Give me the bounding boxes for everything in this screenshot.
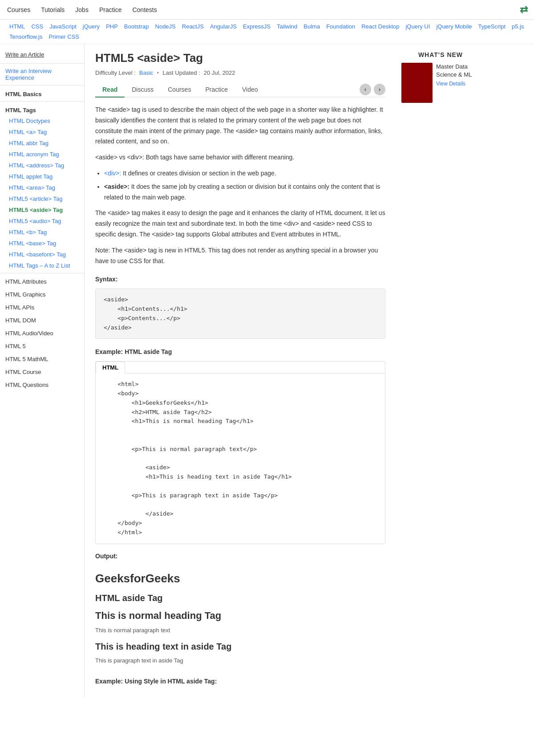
div-link[interactable]: <div>: <box>104 170 121 177</box>
sidebar-html5[interactable]: HTML 5 <box>0 340 84 353</box>
nav-contests[interactable]: Contests <box>132 6 157 13</box>
subnav-p5js[interactable]: p5.js <box>510 22 526 31</box>
subnav-react-desktop[interactable]: React Desktop <box>359 22 401 31</box>
sidebar-html-base[interactable]: HTML <base> Tag <box>0 238 84 249</box>
nav-jobs[interactable]: Jobs <box>75 6 89 13</box>
output-p1: This is normal paragraph text <box>95 626 385 635</box>
nav-courses[interactable]: Courses <box>7 6 30 13</box>
main-content: HTML5 <aside> Tag Difficulty Level : Bas… <box>85 44 396 698</box>
tab-practice[interactable]: Practice <box>198 82 235 98</box>
subnav-bootstrap[interactable]: Bootstrap <box>122 22 151 31</box>
subnav-foundation[interactable]: Foundation <box>324 22 357 31</box>
sidebar-html-audio[interactable]: HTML5 <audio> Tag <box>0 215 84 227</box>
tab-video[interactable]: Video <box>235 82 265 98</box>
subnav-tailwind[interactable]: Tailwind <box>275 22 299 31</box>
tab-next-button[interactable]: › <box>374 84 385 95</box>
output-h3: This is normal heading Tag <box>95 607 385 624</box>
bullet2-text: It does the same job by creating a secti… <box>104 183 380 201</box>
sidebar-html-abbr[interactable]: HTML abbr Tag <box>0 138 84 149</box>
bullet-div: <div>: It defines or creates division or… <box>104 168 385 179</box>
bullet-list: <div>: It defines or creates division or… <box>95 168 385 203</box>
difficulty-label: Difficulty Level : <box>95 69 136 76</box>
tab-prev-button[interactable]: ‹ <box>360 84 371 95</box>
article-tabs: Read Discuss Courses Practice Video ‹ › <box>95 82 385 98</box>
subnav-javascript[interactable]: JavaScript <box>47 22 79 31</box>
subnav-nodejs[interactable]: NodeJS <box>153 22 178 31</box>
difficulty-value[interactable]: Basic <box>139 69 154 76</box>
whats-new-title: WHAT'S NEW <box>401 51 480 58</box>
nav-practice[interactable]: Practice <box>99 6 122 13</box>
subnav-bulma[interactable]: Bulma <box>301 22 322 31</box>
tab-courses[interactable]: Courses <box>161 82 198 98</box>
subnav-typescript[interactable]: TypeScript <box>476 22 508 31</box>
sidebar-html-applet[interactable]: HTML applet Tag <box>0 171 84 182</box>
bullet1-text: It defines or creates division or sectio… <box>121 170 276 177</box>
subnav-reactjs[interactable]: ReactJS <box>180 22 206 31</box>
sidebar-html-questions[interactable]: HTML Questions <box>0 378 84 391</box>
subnav-php[interactable]: PHP <box>104 22 120 31</box>
para2: The <aside> tag makes it easy to design … <box>95 208 385 240</box>
last-updated-value: 20 Jul, 2022 <box>204 69 235 76</box>
example1-heading: Example: HTML aside Tag <box>95 347 385 358</box>
sidebar-html-article[interactable]: HTML5 <article> Tag <box>0 193 84 204</box>
html-tab-button[interactable]: HTML <box>96 362 125 374</box>
sidebar-html-apis[interactable]: HTML APIs <box>0 301 84 314</box>
meta-dot: • <box>157 69 159 76</box>
subnav-jquery[interactable]: jQuery <box>81 22 102 31</box>
sidebar-html-a-tag[interactable]: HTML <a> Tag <box>0 126 84 138</box>
right-sidebar: WHAT'S NEW Master Data Science & ML View… <box>396 44 485 698</box>
sub-nav: HTML CSS JavaScript jQuery PHP Bootstrap… <box>0 20 534 44</box>
subnav-expressjs[interactable]: ExpressJS <box>241 22 273 31</box>
output-section: GeeksforGeeks HTML aside Tag This is nor… <box>95 569 385 666</box>
write-article-link[interactable]: Write an Article <box>0 48 84 61</box>
subnav-jquery-ui[interactable]: jQuery UI <box>403 22 432 31</box>
logo: ⇄ <box>520 4 527 16</box>
html-tab-bar: HTML <box>96 362 385 374</box>
write-interview-link[interactable]: Write an Interview Experience <box>0 65 84 83</box>
sidebar-html-b[interactable]: HTML <b> Tag <box>0 227 84 238</box>
sidebar-html-tags: HTML Tags <box>0 103 84 115</box>
sidebar-html-acronym[interactable]: HTML acronym Tag <box>0 149 84 160</box>
aside-label: <aside>: <box>104 183 129 190</box>
example1-code: <html> <body> <h1>GeeksforGeeks</h1> <h2… <box>96 374 385 544</box>
sidebar-html-graphics[interactable]: HTML Graphics <box>0 288 84 301</box>
sidebar-html-dom[interactable]: HTML DOM <box>0 314 84 327</box>
output-h2: HTML aside Tag <box>95 590 385 606</box>
bullet-aside: <aside>: It does the same job by creatin… <box>104 182 385 203</box>
subnav-html[interactable]: HTML <box>7 22 27 31</box>
meta-line: Difficulty Level : Basic • Last Updated … <box>95 69 385 76</box>
subnav-primer-css[interactable]: Primer CSS <box>46 33 81 41</box>
sidebar-html-basefont[interactable]: HTML <basefont> Tag <box>0 249 84 260</box>
intro-para1: The <aside> tag is used to describe the … <box>95 105 385 147</box>
tab-discuss[interactable]: Discuss <box>125 82 161 98</box>
whats-new-card-title: Master Data Science & ML <box>436 63 480 79</box>
whats-new-card: Master Data Science & ML View Details <box>401 63 480 103</box>
view-details-link[interactable]: View Details <box>436 81 480 87</box>
left-sidebar: Write an Article Write an Interview Expe… <box>0 44 85 698</box>
page-title: HTML5 <aside> Tag <box>95 51 385 65</box>
top-nav: Courses Tutorials Jobs Practice Contests… <box>0 0 534 20</box>
page-layout: Write an Article Write an Interview Expe… <box>0 44 534 698</box>
sidebar-html-doctypes[interactable]: HTML Doctypes <box>0 115 84 126</box>
subnav-css[interactable]: CSS <box>29 22 45 31</box>
nav-tutorials[interactable]: Tutorials <box>41 6 65 13</box>
sidebar-html-course[interactable]: HTML Course <box>0 366 84 378</box>
tab-arrows: ‹ › <box>360 84 385 95</box>
note: Note: The <aside> tag is new in HTML5. T… <box>95 245 385 267</box>
sidebar-html-area[interactable]: HTML <area> Tag <box>0 182 84 193</box>
sidebar-html-attributes[interactable]: HTML Attributes <box>0 275 84 288</box>
subnav-angularjs[interactable]: AngularJS <box>208 22 239 31</box>
sidebar-html5-mathml[interactable]: HTML 5 MathML <box>0 353 84 366</box>
tab-read[interactable]: Read <box>95 82 125 98</box>
article-body: The <aside> tag is used to describe the … <box>95 105 385 687</box>
output-p-aside: This is paragraph text in aside Tag <box>95 656 385 666</box>
sidebar-html-tags-az[interactable]: HTML Tags – A to Z List <box>0 260 84 271</box>
last-updated-label: Last Updated : <box>162 69 200 76</box>
sidebar-html-audiovideo[interactable]: HTML Audio/Video <box>0 327 84 340</box>
sidebar-html-address[interactable]: HTML <address> Tag <box>0 160 84 171</box>
syntax-heading: Syntax: <box>95 274 385 285</box>
subnav-jquery-mobile[interactable]: jQuery Mobile <box>434 22 474 31</box>
sidebar-html-aside-active[interactable]: HTML5 <aside> Tag <box>0 204 84 215</box>
subnav-tensorflowjs[interactable]: Tensorflow.js <box>7 33 44 41</box>
aside-vs-div: <aside> vs <div>: Both tags have same be… <box>95 152 385 163</box>
